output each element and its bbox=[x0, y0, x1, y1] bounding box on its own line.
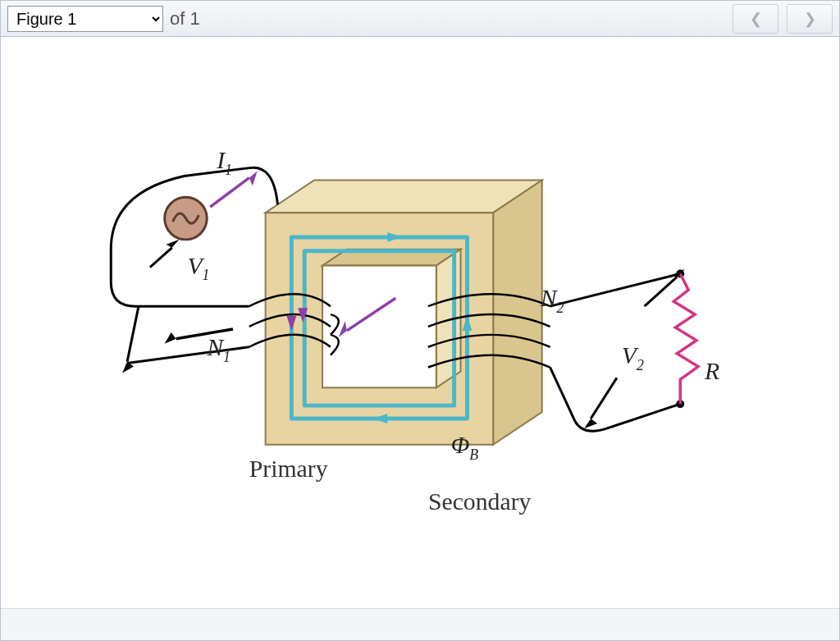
V1-arrowhead-up bbox=[167, 240, 180, 248]
label-secondary: Secondary bbox=[428, 488, 532, 515]
V2-arrow-down bbox=[591, 378, 617, 419]
V2-arrowhead-down bbox=[584, 419, 597, 428]
figure-canvas: I1 V1 N1 N2 V2 R ΦB Primary Secondary bbox=[2, 38, 838, 607]
label-V2: V2 bbox=[622, 341, 644, 373]
core-right-face bbox=[493, 181, 541, 445]
figure-toolbar: Figure 1 of 1 ❮ ❯ bbox=[1, 1, 839, 37]
label-primary: Primary bbox=[249, 455, 328, 482]
window-front bbox=[322, 266, 436, 388]
resistor-R bbox=[673, 274, 698, 405]
transformer-diagram: I1 V1 N1 N2 V2 R ΦB Primary Secondary bbox=[2, 38, 838, 607]
next-figure-button[interactable]: ❯ bbox=[787, 4, 833, 34]
N1-pointer bbox=[176, 329, 233, 339]
figure-select[interactable]: Figure 1 bbox=[7, 6, 163, 32]
secondary-lead-bottom bbox=[550, 368, 681, 432]
figure-count-label: of 1 bbox=[170, 8, 200, 30]
V1-arrow-down bbox=[127, 306, 139, 361]
footer-strip bbox=[1, 608, 839, 640]
figure-viewer: Figure 1 of 1 ❮ ❯ bbox=[0, 0, 840, 641]
N1-pointer-head-left bbox=[165, 332, 176, 344]
V1-arrow-up bbox=[150, 248, 172, 268]
prev-figure-button[interactable]: ❮ bbox=[733, 4, 778, 34]
chevron-left-icon: ❮ bbox=[750, 10, 762, 28]
current-I1-arrowhead bbox=[249, 172, 258, 186]
chevron-right-icon: ❯ bbox=[804, 10, 816, 28]
primary-lead-bottom bbox=[127, 347, 249, 364]
label-N2: N2 bbox=[540, 284, 564, 316]
current-I1-arrow bbox=[210, 178, 249, 208]
label-N1: N1 bbox=[206, 333, 231, 365]
label-R: R bbox=[704, 357, 719, 384]
label-V1: V1 bbox=[187, 252, 209, 284]
